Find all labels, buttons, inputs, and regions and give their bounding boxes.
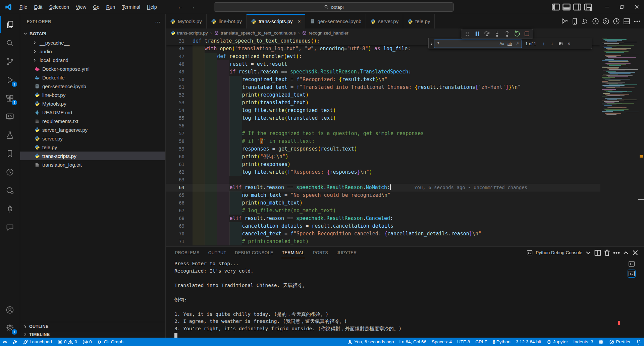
code-line[interactable]: 56: [166, 122, 600, 130]
code-editor[interactable]: 31def translate_speech_to_text_continuou…: [166, 37, 600, 246]
activity-account[interactable]: [0, 301, 20, 318]
code-line[interactable]: 65 no_match_text = "No speech could be r…: [166, 191, 600, 199]
find-in-selection-button[interactable]: [556, 40, 565, 48]
debug-step-over-button[interactable]: [482, 30, 492, 38]
status-prettier[interactable]: Prettier: [606, 338, 633, 346]
panel-tab-ports[interactable]: PORTS: [312, 247, 329, 258]
panel-tab-output[interactable]: OUTPUT: [208, 247, 227, 258]
file-gen-sentence.ipynb[interactable]: gen-sentence.ipynb: [20, 82, 165, 91]
restore-button[interactable]: [614, 0, 629, 14]
tab-trans-scripts.py[interactable]: trans-scripts.py×: [247, 14, 305, 28]
code-line[interactable]: 61 print(responses): [166, 161, 600, 168]
menu-run[interactable]: Run: [103, 3, 119, 11]
code-line[interactable]: 48 result = evt.result: [166, 60, 600, 68]
find-close-button[interactable]: ×: [565, 40, 573, 48]
terminal-tab-console[interactable]: [628, 260, 635, 268]
activity-todo-tree[interactable]: [0, 200, 20, 217]
debug-step-into-button[interactable]: [492, 30, 502, 38]
status-python-version[interactable]: 3.12.3 64-bit: [513, 338, 544, 346]
menu-go[interactable]: Go: [90, 3, 103, 11]
device-button[interactable]: [571, 17, 579, 25]
overview-ruler[interactable]: [638, 37, 644, 246]
activity-live-session[interactable]: [0, 182, 20, 199]
find-next-button[interactable]: ↓: [548, 40, 556, 48]
activity-explorer[interactable]: [0, 16, 20, 33]
tab-server.py[interactable]: server.py: [366, 14, 403, 28]
code-line[interactable]: 58 # if '?' in result.text:: [166, 137, 600, 145]
code-line[interactable]: 71 # print(canceled_text): [166, 238, 600, 245]
file-Mytools.py[interactable]: Mytools.py: [20, 99, 165, 108]
code-line[interactable]: 63: [166, 176, 600, 184]
close-panel-button[interactable]: [631, 249, 639, 257]
nav-back-button[interactable]: ←: [176, 4, 185, 10]
activity-search[interactable]: [0, 35, 20, 51]
workspace-root-folder[interactable]: BOTAPI: [20, 30, 165, 38]
tab-line-bot.py[interactable]: line-bot.py: [207, 14, 247, 28]
layout-sidebar-left-button[interactable]: [551, 3, 560, 11]
status-indentation[interactable]: Spaces: 4: [429, 338, 454, 346]
minimize-button[interactable]: [600, 0, 614, 14]
panel-tab-terminal[interactable]: TERMINAL: [281, 247, 305, 258]
folder-local_qdrand[interactable]: local_qdrand: [20, 56, 165, 64]
file-Docker-compose.yml[interactable]: Docker-compose.yml: [20, 64, 165, 73]
activity-bookmarks[interactable]: [0, 145, 20, 162]
more-button[interactable]: [633, 17, 641, 25]
maximize-panel-button[interactable]: [622, 249, 630, 257]
terminal-tab-active[interactable]: [628, 270, 635, 277]
debug-restart-button[interactable]: [513, 30, 522, 38]
file-tele.py[interactable]: tele.py: [20, 143, 165, 152]
file-requirements.txt[interactable]: requirements.txt: [20, 117, 165, 125]
debug-stop-button[interactable]: [522, 30, 532, 38]
status-encoding[interactable]: UTF-8: [454, 338, 473, 346]
explorer-more-actions-button[interactable]: ⋯: [155, 19, 161, 25]
code-line[interactable]: 50 recognized_text = f"Recognized: {resu…: [166, 76, 600, 83]
split-terminal-button[interactable]: [594, 249, 602, 257]
command-center-search[interactable]: botapi: [214, 2, 454, 12]
status-cursor-position[interactable]: Ln 64, Col 66: [397, 338, 429, 346]
panel-tab-jupyter[interactable]: JUPYTER: [336, 247, 358, 258]
code-line[interactable]: 52 print(recognized_text): [166, 91, 600, 99]
menu-file[interactable]: File: [16, 3, 31, 11]
activity-history[interactable]: [0, 164, 20, 180]
code-line[interactable]: 49 if result.reason == speechsdk.ResultR…: [166, 68, 600, 76]
nav-forward-button[interactable]: →: [188, 4, 197, 10]
terminal-profile-label[interactable]: Python Debug Console: [536, 250, 582, 255]
file-line-bot.py[interactable]: line-bot.py: [20, 91, 165, 99]
folder-__pycache__[interactable]: __pycache__: [20, 38, 165, 47]
status-jupyter[interactable]: Jupyter: [544, 338, 571, 346]
breadcrumb-item[interactable]: recognized_handler: [309, 31, 348, 36]
file-translation_log.txt[interactable]: translation_log.txt: [20, 160, 165, 169]
status-notifications[interactable]: [633, 338, 644, 346]
layout-panel-button[interactable]: [562, 3, 571, 11]
menu-view[interactable]: View: [72, 3, 90, 11]
reference-search-button[interactable]: [581, 17, 589, 25]
section-timeline[interactable]: TIMELINE: [20, 331, 165, 338]
tab-close-button[interactable]: ×: [298, 18, 301, 24]
code-line[interactable]: 55 log_file.write(translated_text): [166, 114, 600, 122]
activity-extensions[interactable]: 1: [0, 90, 20, 107]
status-grid[interactable]: [596, 338, 606, 346]
code-line[interactable]: 66 print(no_match_text): [166, 199, 600, 207]
status-indents[interactable]: Indents: 3: [571, 338, 596, 346]
history-clock-button[interactable]: [612, 17, 621, 25]
code-line[interactable]: 59 responses = get_responses(result.text…: [166, 145, 600, 153]
run-button[interactable]: [560, 17, 569, 25]
debug-pause-button[interactable]: [473, 30, 482, 38]
code-line[interactable]: 70 canceled_text = f"Speech Recognition …: [166, 230, 600, 238]
tab-gen-sentence.ipynb[interactable]: gen-sentence.ipynb: [305, 14, 366, 28]
file-trans-scripts.py[interactable]: trans-scripts.py: [20, 152, 165, 160]
find-replace-toggle-button[interactable]: [429, 38, 434, 49]
regex-toggle[interactable]: .*: [514, 41, 521, 47]
status-remote[interactable]: ><: [0, 338, 9, 346]
code-line[interactable]: 68 elif result.reason == speechsdk.Resul…: [166, 215, 600, 222]
breadcrumb-item[interactable]: translate_speech_to_text_continuous: [221, 31, 296, 36]
menu-terminal[interactable]: Terminal: [118, 3, 144, 11]
whole-word-toggle[interactable]: ab: [506, 41, 513, 47]
status-git-graph[interactable]: Git Graph: [94, 338, 126, 346]
status-eol[interactable]: CRLF: [473, 338, 490, 346]
activity-source-control[interactable]: [0, 53, 20, 70]
layout-sidebar-right-button[interactable]: [573, 3, 582, 11]
find-input[interactable]: ? Aa ab .*: [434, 40, 522, 48]
code-line[interactable]: 47 def recognized_handler(evt):: [166, 53, 600, 60]
debug-step-out-button[interactable]: [502, 30, 512, 38]
